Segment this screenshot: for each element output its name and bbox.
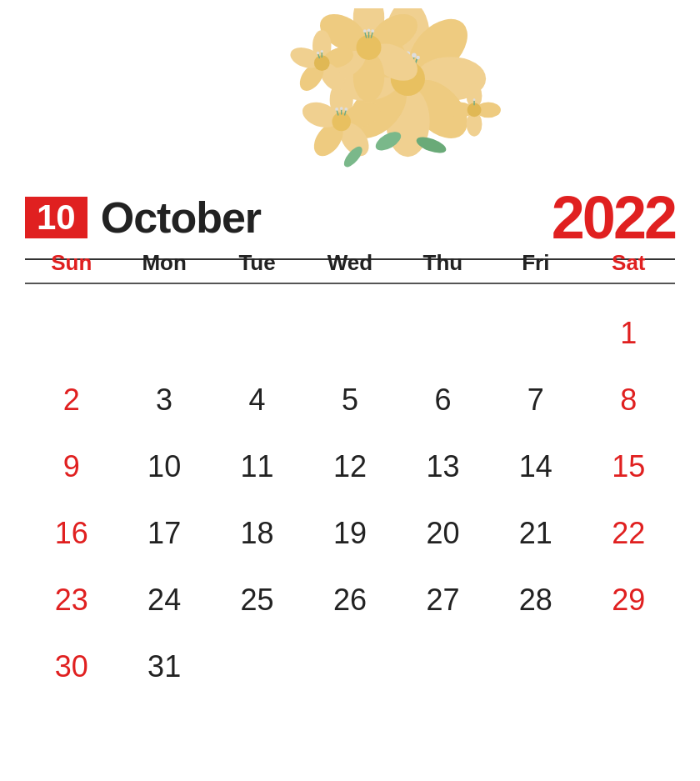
calendar-cell: 31 xyxy=(118,633,210,700)
day-header-thu: Thu xyxy=(397,250,489,276)
day-header-wed: Wed xyxy=(303,250,396,276)
calendar-row-3: 9101112131415 xyxy=(25,433,675,500)
calendar-cell: 24 xyxy=(118,567,210,633)
calendar-cell: 2 xyxy=(25,367,118,433)
day-header-sun: Sun xyxy=(25,250,118,276)
svg-point-53 xyxy=(317,52,319,54)
calendar-cell: 16 xyxy=(25,500,118,567)
month-number: 10 xyxy=(25,197,88,238)
day-header-sat: Sat xyxy=(582,250,675,276)
calendar-cell: 25 xyxy=(211,567,303,633)
day-header-mon: Mon xyxy=(118,250,210,276)
calendar-cell: 15 xyxy=(582,433,675,500)
calendar-cell: 20 xyxy=(397,500,489,567)
calendar-cell: 23 xyxy=(25,567,118,633)
calendar-cell: 19 xyxy=(303,500,396,567)
calendar-row-2: 2345678 xyxy=(25,367,675,433)
svg-point-37 xyxy=(332,113,351,132)
month-name: October xyxy=(101,193,261,243)
calendar-cell: 11 xyxy=(211,433,303,500)
calendar-cell: 5 xyxy=(303,367,396,433)
calendar-cell: 3 xyxy=(118,367,210,433)
calendar-cell: 14 xyxy=(489,433,582,500)
calendar-cell: 17 xyxy=(118,500,210,567)
svg-point-41 xyxy=(335,108,338,111)
calendar-cell: 13 xyxy=(397,433,489,500)
svg-point-60 xyxy=(473,98,476,101)
calendar-row-4: 16171819202122 xyxy=(25,500,675,567)
year-suffix: 022 xyxy=(582,184,675,251)
calendar-cell: 9 xyxy=(25,433,118,500)
svg-point-51 xyxy=(321,50,323,53)
calendar-cell: 7 xyxy=(489,367,582,433)
year-display: 2022 xyxy=(552,183,675,252)
calendar-cell xyxy=(303,300,396,367)
day-header-fri: Fri xyxy=(489,250,582,276)
calendar-cell: 21 xyxy=(489,500,582,567)
svg-point-43 xyxy=(344,108,348,111)
calendar-cell: 28 xyxy=(489,567,582,633)
calendar-cell xyxy=(489,300,582,367)
calendar-container: 10 October 2022 Sun Mon Tue Wed Thu Fri … xyxy=(0,0,700,781)
calendar-cell: 10 xyxy=(118,433,210,500)
calendar-cell xyxy=(211,633,303,700)
calendar-cell: 8 xyxy=(582,367,675,433)
calendar-header: 10 October 2022 xyxy=(25,183,675,260)
calendar-cell: 4 xyxy=(211,367,303,433)
calendar-cell: 29 xyxy=(582,567,675,633)
svg-point-29 xyxy=(368,28,371,32)
year-prefix: 2 xyxy=(552,184,582,251)
calendar-cell xyxy=(397,300,489,367)
calendar-cell: 27 xyxy=(397,567,489,633)
calendar-cell: 6 xyxy=(397,367,489,433)
day-header-tue: Tue xyxy=(211,250,303,276)
floral-decoration xyxy=(275,8,525,208)
calendar-cell xyxy=(397,633,489,700)
calendar-cell xyxy=(211,300,303,367)
calendar-cell: 18 xyxy=(211,500,303,567)
svg-point-39 xyxy=(340,107,343,110)
calendar-cell xyxy=(25,300,118,367)
calendar-cell: 30 xyxy=(25,633,118,700)
calendar-cell xyxy=(118,300,210,367)
calendar-row-6: 3031 xyxy=(25,633,675,700)
calendar-row-1: 1 xyxy=(25,300,675,367)
svg-point-31 xyxy=(371,29,374,33)
days-header: Sun Mon Tue Wed Thu Fri Sat xyxy=(25,250,675,284)
calendar-cell xyxy=(582,633,675,700)
svg-point-18 xyxy=(416,56,420,60)
svg-point-14 xyxy=(412,53,417,58)
calendar-row-5: 23242526272829 xyxy=(25,567,675,633)
header-left: 10 October xyxy=(25,193,261,243)
svg-point-25 xyxy=(357,35,382,60)
calendar-cell xyxy=(489,633,582,700)
calendar-cell: 12 xyxy=(303,433,396,500)
calendar-grid: 1234567891011121314151617181920212223242… xyxy=(25,300,675,700)
calendar-cell: 26 xyxy=(303,567,396,633)
calendar-cell xyxy=(303,633,396,700)
calendar-cell: 22 xyxy=(582,500,675,567)
svg-point-27 xyxy=(363,29,367,33)
calendar-cell: 1 xyxy=(582,300,675,367)
